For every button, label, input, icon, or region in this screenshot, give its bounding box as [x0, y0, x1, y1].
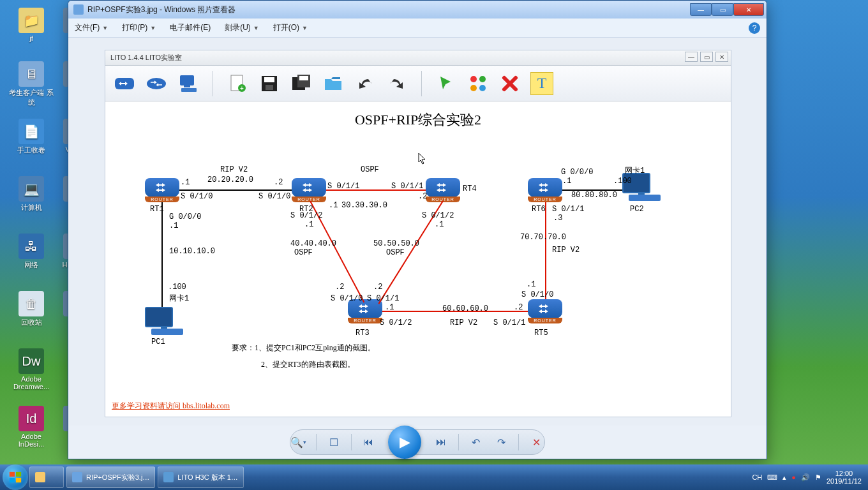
svg-rect-9	[264, 77, 274, 82]
label: G 0/0/0	[169, 212, 201, 221]
record-icon[interactable]: ●	[791, 473, 796, 481]
svg-point-16	[470, 85, 477, 91]
lito-toolbar: + T	[105, 66, 731, 101]
label: S 0/1/1	[391, 182, 423, 191]
tray-chevron-icon[interactable]: ▴	[782, 473, 786, 482]
desktop-icon-network[interactable]: 🖧网络	[9, 234, 54, 270]
diagram-title: OSPF+RIP综合实验2	[105, 110, 731, 130]
menu-email[interactable]: 电子邮件(E)	[170, 22, 211, 33]
requirement-text: 要求：1、提交PC1和PC2互ping通的截图。	[232, 343, 375, 353]
taskbar-item-label: LITO H3C 版本 1…	[177, 473, 238, 482]
volume-icon[interactable]: 🔊	[801, 473, 810, 482]
close-button[interactable]: ✕	[733, 3, 764, 16]
desktop-icon[interactable]: 📄手工收卷	[9, 119, 54, 155]
windows-logo-icon	[8, 470, 22, 484]
taskbar-item-photoviewer[interactable]: RIP+OSPF实验3.j…	[66, 466, 155, 488]
prev-button[interactable]: ⏮	[361, 434, 377, 450]
new-file-icon: +	[226, 72, 249, 95]
delete-tool-icon	[498, 72, 521, 95]
desktop-icon[interactable]: 🖥考生客户端 系统	[9, 61, 54, 107]
clock[interactable]: 12:002019/11/12	[827, 470, 862, 485]
delete-button[interactable]: ✕	[528, 434, 544, 450]
label: RT1	[150, 205, 164, 214]
save-icon	[258, 72, 281, 95]
label: 40.40.40.0	[290, 239, 336, 248]
topology-tool-icon	[467, 72, 490, 95]
label: S 0/1/1	[367, 294, 399, 303]
svg-point-15	[479, 76, 486, 82]
label: 30.30.30.0	[341, 201, 387, 210]
svg-rect-13	[299, 76, 308, 80]
label: .1	[527, 280, 535, 289]
lito-maximize-icon: ▭	[700, 52, 713, 62]
label: RT5	[534, 329, 548, 338]
label: .1	[562, 177, 571, 186]
label: S 0/1/0	[181, 192, 213, 201]
label: .2	[373, 283, 382, 292]
keyboard-icon[interactable]: ⌨	[767, 473, 777, 482]
save-as-icon	[290, 72, 313, 95]
label: .1	[181, 178, 190, 187]
lito-minimize-icon: —	[685, 52, 698, 62]
taskbar-item-lito[interactable]: LITO H3C 版本 1…	[158, 466, 244, 488]
label: S 0/1/0	[258, 192, 290, 201]
svg-point-1	[147, 78, 166, 89]
label: .2	[514, 303, 523, 312]
label: RIP V2	[552, 246, 580, 255]
menu-open[interactable]: 打开(O)▼	[273, 22, 308, 33]
label: OSPF	[386, 248, 405, 257]
rotate-left-button[interactable]: ↶	[468, 434, 484, 450]
desktop-icon[interactable]: 📁jf	[9, 8, 54, 42]
label: 网卡1	[625, 165, 645, 176]
fit-button[interactable]: ☐	[326, 434, 342, 450]
start-button[interactable]	[3, 464, 28, 490]
switch-tool-icon	[145, 72, 168, 95]
zoom-button[interactable]: 🔍▾	[290, 434, 307, 450]
pc-tool-icon	[177, 72, 200, 95]
ime-indicator[interactable]: CH	[752, 473, 762, 481]
label: S 0/1/0	[521, 290, 553, 299]
menu-print[interactable]: 打印(P)▼	[122, 22, 156, 33]
router-rt4: ROUTER	[426, 178, 460, 202]
menu-burn[interactable]: 刻录(U)▼	[225, 22, 259, 33]
requirement-text: 2、提交RT3的路由表截图。	[261, 359, 355, 370]
desktop-icon[interactable]: DwAdobe Dreamwe...	[9, 348, 54, 390]
svg-rect-3	[184, 85, 190, 87]
open-folder-icon	[322, 72, 345, 95]
menu-file[interactable]: 文件(F)▼	[75, 22, 108, 33]
label: RIP V2	[450, 318, 477, 327]
router-tool-icon	[113, 72, 136, 95]
svg-rect-4	[181, 88, 197, 92]
svg-text:+: +	[240, 85, 244, 92]
desktop-icon-computer[interactable]: 💻计算机	[9, 176, 54, 212]
system-tray[interactable]: CH ⌨ ▴ ● 🔊 ⚑ 12:002019/11/12	[752, 470, 865, 485]
rotate-right-button[interactable]: ↷	[493, 434, 509, 450]
desktop-icon-recycle[interactable]: 🗑回收站	[9, 291, 54, 327]
svg-point-17	[479, 85, 486, 91]
topology-canvas: OSPF+RIP综合实验2 ROUTER ROUTER ROUTER ROUTE…	[105, 101, 731, 417]
router-rt1: ROUTER	[145, 178, 179, 202]
label: .100	[613, 177, 632, 186]
photoviewer-icon	[72, 472, 82, 482]
svg-rect-21	[16, 478, 21, 482]
maximize-button[interactable]: ▭	[712, 3, 733, 16]
label: .1	[385, 303, 394, 312]
label: S 0/1/0	[331, 294, 363, 303]
redo-icon	[385, 72, 408, 95]
minimize-button[interactable]: —	[690, 3, 712, 16]
help-icon[interactable]: ?	[749, 22, 760, 34]
window-titlebar[interactable]: RIP+OSPF实验3.jpg - Windows 照片查看器 — ▭ ✕	[68, 1, 767, 19]
taskbar-pinned-explorer[interactable]	[29, 466, 64, 488]
svg-rect-10	[266, 85, 273, 90]
viewer-bottom-toolbar: 🔍▾ ☐ ⏮ ▶ ⏭ ↶ ↷ ✕	[68, 426, 767, 459]
label: .100	[168, 283, 186, 292]
lito-titlebar: LITO 1.4.4 LITO实验室 — ▭ ✕	[105, 50, 731, 66]
desktop-icon[interactable]: IdAdobe InDesi...	[9, 406, 54, 448]
label: .1	[329, 201, 338, 210]
next-button[interactable]: ⏭	[433, 434, 449, 450]
label: OSPF	[294, 248, 313, 257]
label: 20.20.20.0	[207, 175, 253, 184]
slideshow-button[interactable]: ▶	[388, 426, 421, 459]
label: .1	[169, 221, 178, 230]
action-center-icon[interactable]: ⚑	[815, 473, 821, 482]
